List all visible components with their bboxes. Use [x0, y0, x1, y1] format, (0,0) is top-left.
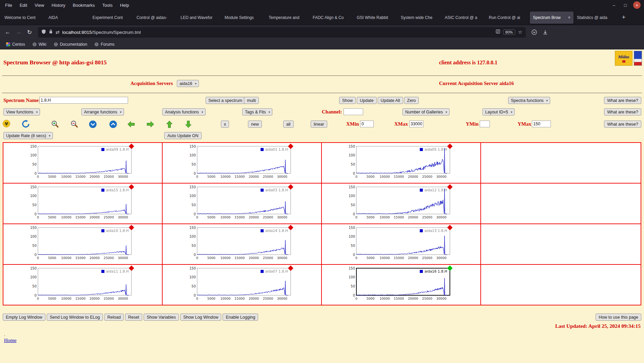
ymin-input[interactable]: [480, 121, 490, 127]
home-link[interactable]: Home: [4, 338, 17, 343]
shift-up-button[interactable]: [166, 120, 173, 128]
spectrum-plot-aida11[interactable]: 050100150050001000015000200002500030000a…: [24, 265, 137, 304]
menu-view[interactable]: View: [31, 2, 48, 9]
footer-empty-log-window-button[interactable]: Empty Log Window: [3, 314, 45, 321]
shift-right-button[interactable]: [146, 121, 154, 128]
pan-up-button[interactable]: [109, 120, 117, 128]
what-are-these-button[interactable]: What are these?: [604, 121, 641, 128]
forward-button[interactable]: →: [14, 27, 24, 37]
linear-button[interactable]: linear: [311, 121, 327, 128]
footer-show-log-window-button[interactable]: Show Log Window: [180, 314, 222, 321]
minimize-button[interactable]: –: [610, 1, 618, 9]
number-of-galleries-dropdown[interactable]: Number of Galleries▾: [402, 108, 450, 115]
channel-input[interactable]: [344, 108, 363, 115]
tab-led-and-wavefor[interactable]: LED and Wavefor: [178, 12, 221, 24]
footer-show-variables-button[interactable]: Show Variables: [144, 314, 179, 321]
spectrum-plot-aida16[interactable]: 050100150050001000015000200002500030000a…: [343, 265, 455, 304]
refresh-button[interactable]: [22, 120, 30, 128]
pan-down-button[interactable]: [89, 120, 97, 128]
spectrum-plot-aida09[interactable]: 050100150050001000015000200002500030000a…: [24, 144, 137, 182]
arrange-functions-dropdown[interactable]: Arrange functions▾: [81, 108, 124, 115]
close-button[interactable]: ×: [633, 1, 641, 9]
menu-bookmarks[interactable]: Bookmarks: [69, 2, 99, 9]
bookmark-forums[interactable]: Forums: [92, 41, 117, 48]
zero-button[interactable]: Zero: [404, 97, 419, 104]
tab-system-wide-che[interactable]: System wide Che: [398, 12, 441, 24]
show-button[interactable]: Show: [339, 97, 356, 104]
what-are-these-button[interactable]: What are these?: [604, 97, 641, 104]
footer-reset-button[interactable]: Reset: [125, 314, 142, 321]
tab-temperature-and[interactable]: Temperature and: [266, 12, 309, 24]
update-button[interactable]: Update: [357, 97, 376, 104]
tab-close-icon[interactable]: ×: [568, 15, 570, 20]
reload-button[interactable]: ↻: [24, 27, 35, 37]
lock-icon[interactable]: [49, 29, 53, 35]
xmin-input[interactable]: [360, 121, 374, 127]
tab-asic-control-a[interactable]: ASIC Control @ a: [442, 12, 485, 24]
spectrum-plot-aida13[interactable]: 050100150050001000015000200002500030000a…: [343, 225, 455, 263]
spectrum-plot-aida15[interactable]: 050100150050001000015000200002500030000a…: [24, 184, 137, 223]
select-spectrum-dropdown[interactable]: Select a spectrum▾: [206, 97, 249, 104]
spectrum-plot-aida12[interactable]: 050100150050001000015000200002500030000a…: [343, 184, 455, 223]
menu-edit[interactable]: Edit: [16, 2, 31, 9]
radiation-button[interactable]: ☢: [3, 120, 10, 127]
menu-history[interactable]: History: [48, 2, 69, 9]
tab-aida[interactable]: AIDA: [45, 12, 89, 24]
bookmark-wiki[interactable]: Wiki: [30, 41, 49, 48]
x-button[interactable]: x: [221, 121, 229, 128]
footer-enable-logging-button[interactable]: Enable Logging: [223, 314, 258, 321]
shift-down-button[interactable]: [185, 120, 192, 128]
footer-reload-button[interactable]: Reload: [104, 314, 124, 321]
spectrum-plot-aida05[interactable]: 050100150050001000015000200002500030000a…: [343, 144, 455, 182]
bookmark-documentation[interactable]: Documentation: [51, 41, 90, 48]
acquisition-server-dropdown[interactable]: aida16▾: [177, 80, 199, 87]
zoom-in-button[interactable]: [51, 120, 60, 128]
tab-experiment-cont[interactable]: Experiment Cont: [89, 12, 133, 24]
how-to-use-button[interactable]: How to use this page: [596, 314, 641, 321]
tab-statistics-aida[interactable]: Statistics @ aida: [574, 12, 618, 24]
permissions-icon[interactable]: ⇄: [56, 29, 60, 35]
bookmark-centos[interactable]: Centos: [3, 41, 28, 48]
back-button[interactable]: ←: [3, 27, 13, 37]
shift-left-button[interactable]: [127, 121, 135, 128]
what-are-these-button[interactable]: What are these?: [604, 108, 641, 115]
spectrum-plot-aida07[interactable]: 050100150050001000015000200002500030000a…: [184, 265, 296, 304]
zoom-out-button[interactable]: [70, 120, 79, 128]
layout-id-dropdown[interactable]: Layout ID=5▾: [482, 108, 515, 115]
new-button[interactable]: new: [248, 121, 262, 128]
tags-fits-dropdown[interactable]: Tags & Fits▾: [242, 108, 272, 115]
tab-run-control-ai[interactable]: Run Control @ ai: [486, 12, 529, 24]
spectrum-plot-aida01[interactable]: 050100150050001000015000200002500030000a…: [184, 144, 296, 182]
tab-gsi-white-rabbit[interactable]: GSI White Rabbit: [354, 12, 397, 24]
xmax-input[interactable]: [409, 121, 423, 127]
analysis-functions-dropdown[interactable]: Analysis functions▾: [162, 108, 206, 115]
downloads-icon[interactable]: [540, 27, 550, 37]
pocket-icon[interactable]: [529, 27, 539, 37]
reader-mode-icon[interactable]: [496, 29, 500, 35]
menu-help[interactable]: Help: [116, 2, 133, 9]
tab-spectrum-brow[interactable]: Spectrum Brow×: [530, 12, 574, 24]
ymax-input[interactable]: [532, 121, 551, 127]
footer-send-log-window-to-elog-button[interactable]: Send Log Window to ELog: [47, 314, 103, 321]
menu-file[interactable]: File: [1, 2, 16, 9]
multi-button[interactable]: multi: [244, 97, 259, 104]
menu-tools[interactable]: Tools: [99, 2, 116, 9]
url-bar[interactable]: ⇄ localhost:8015/Spectrum/Spectrum.tml 8…: [38, 27, 526, 38]
update-rate-dropdown[interactable]: Update Rate (8 secs)▾: [3, 132, 53, 139]
tab-welcome-to-cent[interactable]: Welcome to Cent: [1, 12, 45, 24]
tab-control-aidas[interactable]: Control @ aidas-: [133, 12, 177, 24]
spectrum-name-input[interactable]: [39, 97, 128, 104]
update-all-button[interactable]: Update All: [378, 97, 403, 104]
tab-module-settings[interactable]: Module Settings: [222, 12, 265, 24]
spectra-functions-dropdown[interactable]: Spectra functions▾: [508, 97, 550, 104]
view-functions-dropdown[interactable]: View functions▾: [3, 108, 40, 115]
shield-icon[interactable]: [41, 29, 46, 36]
maximize-button[interactable]: □: [622, 1, 629, 9]
spectrum-plot-aida10[interactable]: 050100150050001000015000200002500030000a…: [24, 225, 137, 263]
spectrum-plot-aida03[interactable]: 050100150050001000015000200002500030000a…: [184, 184, 296, 223]
auto-update-button[interactable]: Auto Update ON: [164, 132, 202, 139]
spectrum-plot-aida14[interactable]: 050100150050001000015000200002500030000a…: [184, 225, 296, 263]
tab-fadc-align-co[interactable]: FADC Align & Co: [310, 12, 353, 24]
new-tab-button[interactable]: +: [619, 13, 628, 22]
all-button[interactable]: all: [283, 121, 294, 128]
